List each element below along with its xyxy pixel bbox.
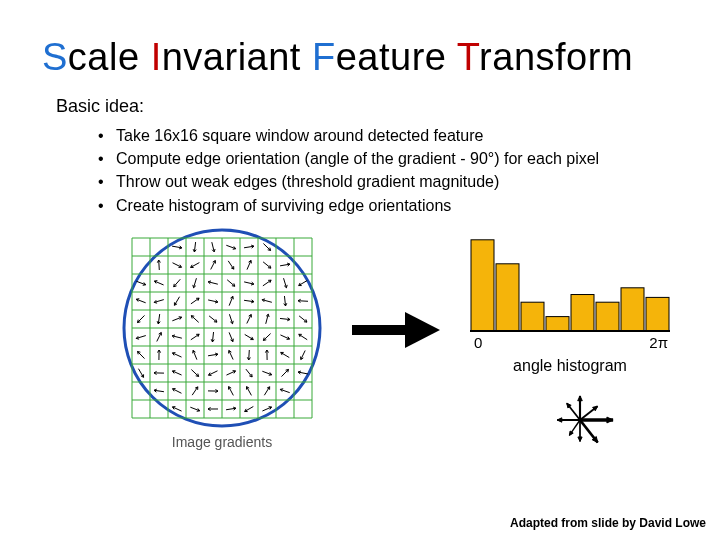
bullet-item: Compute edge orientation (angle of the g… [98, 147, 599, 170]
angle-histogram: 0 2π angle histogram [470, 232, 670, 375]
axis-label-start: 0 [474, 334, 482, 351]
bullet-item: Create histogram of surviving edge orien… [98, 194, 599, 217]
orientation-rose-icon [540, 380, 620, 460]
svg-line-251 [192, 387, 198, 395]
histogram-caption: angle histogram [470, 357, 670, 375]
subtitle: Basic idea: [56, 96, 144, 117]
svg-line-125 [137, 315, 144, 322]
bullet-item: Throw out weak edges (threshold gradient… [98, 170, 599, 193]
svg-line-104 [191, 298, 199, 304]
svg-rect-289 [646, 297, 669, 331]
svg-line-91 [286, 285, 287, 288]
svg-line-233 [246, 369, 252, 377]
svg-line-185 [137, 351, 144, 358]
svg-line-176 [263, 334, 270, 341]
svg-line-100 [154, 302, 157, 303]
svg-rect-291 [596, 302, 619, 331]
svg-line-152 [299, 316, 307, 322]
gradient-caption: Image gradients [122, 434, 322, 450]
svg-line-280 [233, 407, 236, 408]
svg-rect-294 [521, 302, 544, 331]
transform-arrow-icon [350, 310, 440, 350]
svg-line-64 [287, 263, 290, 264]
svg-rect-293 [546, 317, 569, 331]
svg-rect-292 [571, 295, 594, 331]
gradient-window-figure: Image gradients [122, 228, 322, 450]
bullet-item: Take 16x16 square window around detected… [98, 124, 599, 147]
slide-title: Scale Invariant Feature Transform [42, 36, 633, 79]
title-letter-i: I [151, 36, 162, 78]
histogram-chart [470, 232, 670, 332]
bullet-list: Take 16x16 square window around detected… [98, 124, 599, 217]
svg-line-71 [174, 279, 181, 287]
svg-rect-290 [621, 288, 644, 331]
svg-line-80 [227, 280, 235, 286]
svg-line-142 [233, 321, 234, 324]
svg-line-137 [209, 316, 217, 322]
svg-line-187 [137, 351, 138, 354]
title-letter-s: S [42, 36, 68, 78]
svg-line-157 [136, 338, 139, 339]
svg-line-53 [228, 261, 234, 269]
svg-line-31 [214, 249, 215, 252]
svg-marker-303 [578, 437, 582, 441]
gradient-grid-icon [122, 228, 322, 428]
svg-rect-296 [471, 240, 494, 331]
svg-marker-311 [578, 396, 583, 401]
slide-credit: Adapted from slide by David Lowe [510, 516, 706, 530]
svg-line-59 [263, 262, 271, 268]
svg-line-178 [263, 340, 266, 341]
svg-line-224 [191, 370, 198, 377]
svg-line-239 [282, 369, 289, 376]
svg-line-164 [191, 334, 199, 340]
svg-rect-295 [496, 264, 519, 331]
axis-label-end: 2π [649, 334, 668, 351]
title-letter-f: F [312, 36, 336, 78]
svg-marker-288 [405, 312, 440, 348]
title-letter-t: T [457, 36, 479, 78]
svg-line-134 [191, 316, 198, 323]
svg-line-133 [179, 317, 182, 318]
svg-marker-307 [557, 418, 562, 422]
svg-marker-299 [607, 417, 613, 423]
svg-line-86 [263, 280, 271, 286]
svg-line-37 [251, 245, 254, 246]
svg-line-199 [215, 353, 218, 354]
svg-line-38 [263, 244, 270, 251]
